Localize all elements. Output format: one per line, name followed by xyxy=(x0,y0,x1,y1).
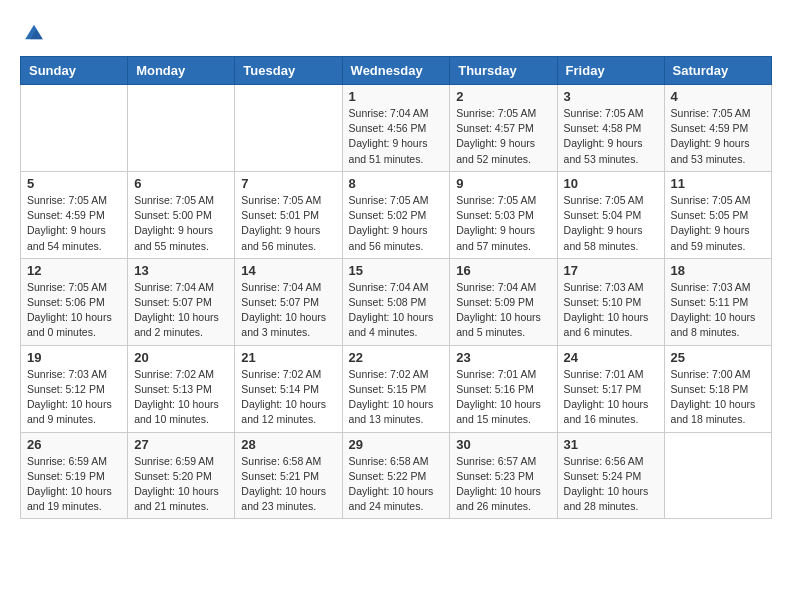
day-of-week-header: Tuesday xyxy=(235,57,342,85)
day-number: 9 xyxy=(456,176,550,191)
day-detail: Sunrise: 7:03 AM Sunset: 5:11 PM Dayligh… xyxy=(671,280,765,341)
day-number: 14 xyxy=(241,263,335,278)
calendar-cell: 23Sunrise: 7:01 AM Sunset: 5:16 PM Dayli… xyxy=(450,345,557,432)
day-detail: Sunrise: 7:00 AM Sunset: 5:18 PM Dayligh… xyxy=(671,367,765,428)
day-number: 22 xyxy=(349,350,444,365)
day-detail: Sunrise: 7:05 AM Sunset: 5:00 PM Dayligh… xyxy=(134,193,228,254)
calendar-cell: 9Sunrise: 7:05 AM Sunset: 5:03 PM Daylig… xyxy=(450,171,557,258)
day-detail: Sunrise: 7:05 AM Sunset: 5:01 PM Dayligh… xyxy=(241,193,335,254)
day-number: 30 xyxy=(456,437,550,452)
day-number: 17 xyxy=(564,263,658,278)
calendar-cell: 11Sunrise: 7:05 AM Sunset: 5:05 PM Dayli… xyxy=(664,171,771,258)
day-number: 8 xyxy=(349,176,444,191)
day-number: 2 xyxy=(456,89,550,104)
day-detail: Sunrise: 7:05 AM Sunset: 5:05 PM Dayligh… xyxy=(671,193,765,254)
calendar-cell: 5Sunrise: 7:05 AM Sunset: 4:59 PM Daylig… xyxy=(21,171,128,258)
calendar-cell xyxy=(21,85,128,172)
day-number: 1 xyxy=(349,89,444,104)
day-number: 21 xyxy=(241,350,335,365)
day-detail: Sunrise: 7:05 AM Sunset: 4:58 PM Dayligh… xyxy=(564,106,658,167)
day-detail: Sunrise: 7:01 AM Sunset: 5:16 PM Dayligh… xyxy=(456,367,550,428)
day-number: 23 xyxy=(456,350,550,365)
day-number: 11 xyxy=(671,176,765,191)
calendar-cell: 6Sunrise: 7:05 AM Sunset: 5:00 PM Daylig… xyxy=(128,171,235,258)
day-detail: Sunrise: 7:05 AM Sunset: 4:57 PM Dayligh… xyxy=(456,106,550,167)
calendar-cell: 26Sunrise: 6:59 AM Sunset: 5:19 PM Dayli… xyxy=(21,432,128,519)
calendar-cell: 24Sunrise: 7:01 AM Sunset: 5:17 PM Dayli… xyxy=(557,345,664,432)
calendar-cell: 15Sunrise: 7:04 AM Sunset: 5:08 PM Dayli… xyxy=(342,258,450,345)
logo xyxy=(20,20,46,40)
day-detail: Sunrise: 7:03 AM Sunset: 5:12 PM Dayligh… xyxy=(27,367,121,428)
day-number: 20 xyxy=(134,350,228,365)
day-detail: Sunrise: 7:05 AM Sunset: 5:03 PM Dayligh… xyxy=(456,193,550,254)
day-number: 19 xyxy=(27,350,121,365)
calendar-cell: 20Sunrise: 7:02 AM Sunset: 5:13 PM Dayli… xyxy=(128,345,235,432)
day-number: 3 xyxy=(564,89,658,104)
calendar-cell: 18Sunrise: 7:03 AM Sunset: 5:11 PM Dayli… xyxy=(664,258,771,345)
day-number: 25 xyxy=(671,350,765,365)
calendar-cell: 7Sunrise: 7:05 AM Sunset: 5:01 PM Daylig… xyxy=(235,171,342,258)
day-detail: Sunrise: 7:04 AM Sunset: 5:08 PM Dayligh… xyxy=(349,280,444,341)
calendar-cell: 10Sunrise: 7:05 AM Sunset: 5:04 PM Dayli… xyxy=(557,171,664,258)
day-number: 4 xyxy=(671,89,765,104)
calendar-cell: 13Sunrise: 7:04 AM Sunset: 5:07 PM Dayli… xyxy=(128,258,235,345)
day-of-week-header: Wednesday xyxy=(342,57,450,85)
day-detail: Sunrise: 7:04 AM Sunset: 4:56 PM Dayligh… xyxy=(349,106,444,167)
calendar-cell: 27Sunrise: 6:59 AM Sunset: 5:20 PM Dayli… xyxy=(128,432,235,519)
logo-icon xyxy=(22,20,46,44)
day-number: 26 xyxy=(27,437,121,452)
day-detail: Sunrise: 7:02 AM Sunset: 5:15 PM Dayligh… xyxy=(349,367,444,428)
day-detail: Sunrise: 7:04 AM Sunset: 5:09 PM Dayligh… xyxy=(456,280,550,341)
day-detail: Sunrise: 6:56 AM Sunset: 5:24 PM Dayligh… xyxy=(564,454,658,515)
calendar-week-row: 19Sunrise: 7:03 AM Sunset: 5:12 PM Dayli… xyxy=(21,345,772,432)
day-detail: Sunrise: 7:03 AM Sunset: 5:10 PM Dayligh… xyxy=(564,280,658,341)
calendar-cell: 28Sunrise: 6:58 AM Sunset: 5:21 PM Dayli… xyxy=(235,432,342,519)
calendar-cell: 25Sunrise: 7:00 AM Sunset: 5:18 PM Dayli… xyxy=(664,345,771,432)
day-number: 15 xyxy=(349,263,444,278)
day-detail: Sunrise: 7:01 AM Sunset: 5:17 PM Dayligh… xyxy=(564,367,658,428)
calendar-cell: 19Sunrise: 7:03 AM Sunset: 5:12 PM Dayli… xyxy=(21,345,128,432)
calendar-cell: 21Sunrise: 7:02 AM Sunset: 5:14 PM Dayli… xyxy=(235,345,342,432)
calendar-cell: 29Sunrise: 6:58 AM Sunset: 5:22 PM Dayli… xyxy=(342,432,450,519)
calendar-body: 1Sunrise: 7:04 AM Sunset: 4:56 PM Daylig… xyxy=(21,85,772,519)
calendar-week-row: 5Sunrise: 7:05 AM Sunset: 4:59 PM Daylig… xyxy=(21,171,772,258)
calendar-cell: 1Sunrise: 7:04 AM Sunset: 4:56 PM Daylig… xyxy=(342,85,450,172)
day-of-week-header: Monday xyxy=(128,57,235,85)
day-number: 5 xyxy=(27,176,121,191)
day-number: 29 xyxy=(349,437,444,452)
days-of-week-row: SundayMondayTuesdayWednesdayThursdayFrid… xyxy=(21,57,772,85)
day-number: 12 xyxy=(27,263,121,278)
calendar-cell: 2Sunrise: 7:05 AM Sunset: 4:57 PM Daylig… xyxy=(450,85,557,172)
day-detail: Sunrise: 7:02 AM Sunset: 5:14 PM Dayligh… xyxy=(241,367,335,428)
calendar-week-row: 1Sunrise: 7:04 AM Sunset: 4:56 PM Daylig… xyxy=(21,85,772,172)
calendar-cell: 22Sunrise: 7:02 AM Sunset: 5:15 PM Dayli… xyxy=(342,345,450,432)
day-number: 27 xyxy=(134,437,228,452)
day-detail: Sunrise: 6:59 AM Sunset: 5:19 PM Dayligh… xyxy=(27,454,121,515)
day-detail: Sunrise: 6:59 AM Sunset: 5:20 PM Dayligh… xyxy=(134,454,228,515)
day-detail: Sunrise: 7:02 AM Sunset: 5:13 PM Dayligh… xyxy=(134,367,228,428)
day-of-week-header: Sunday xyxy=(21,57,128,85)
day-detail: Sunrise: 7:05 AM Sunset: 5:06 PM Dayligh… xyxy=(27,280,121,341)
day-detail: Sunrise: 6:57 AM Sunset: 5:23 PM Dayligh… xyxy=(456,454,550,515)
day-detail: Sunrise: 7:05 AM Sunset: 4:59 PM Dayligh… xyxy=(27,193,121,254)
calendar-cell: 31Sunrise: 6:56 AM Sunset: 5:24 PM Dayli… xyxy=(557,432,664,519)
day-detail: Sunrise: 7:04 AM Sunset: 5:07 PM Dayligh… xyxy=(241,280,335,341)
day-number: 24 xyxy=(564,350,658,365)
calendar-cell: 16Sunrise: 7:04 AM Sunset: 5:09 PM Dayli… xyxy=(450,258,557,345)
calendar-cell: 8Sunrise: 7:05 AM Sunset: 5:02 PM Daylig… xyxy=(342,171,450,258)
calendar-cell xyxy=(664,432,771,519)
day-of-week-header: Thursday xyxy=(450,57,557,85)
day-number: 16 xyxy=(456,263,550,278)
calendar-table: SundayMondayTuesdayWednesdayThursdayFrid… xyxy=(20,56,772,519)
day-detail: Sunrise: 6:58 AM Sunset: 5:22 PM Dayligh… xyxy=(349,454,444,515)
day-detail: Sunrise: 7:05 AM Sunset: 5:04 PM Dayligh… xyxy=(564,193,658,254)
calendar-header: SundayMondayTuesdayWednesdayThursdayFrid… xyxy=(21,57,772,85)
calendar-cell: 12Sunrise: 7:05 AM Sunset: 5:06 PM Dayli… xyxy=(21,258,128,345)
day-detail: Sunrise: 7:05 AM Sunset: 5:02 PM Dayligh… xyxy=(349,193,444,254)
calendar-week-row: 12Sunrise: 7:05 AM Sunset: 5:06 PM Dayli… xyxy=(21,258,772,345)
day-number: 31 xyxy=(564,437,658,452)
calendar-cell: 17Sunrise: 7:03 AM Sunset: 5:10 PM Dayli… xyxy=(557,258,664,345)
page-header xyxy=(20,20,772,40)
day-of-week-header: Friday xyxy=(557,57,664,85)
calendar-week-row: 26Sunrise: 6:59 AM Sunset: 5:19 PM Dayli… xyxy=(21,432,772,519)
